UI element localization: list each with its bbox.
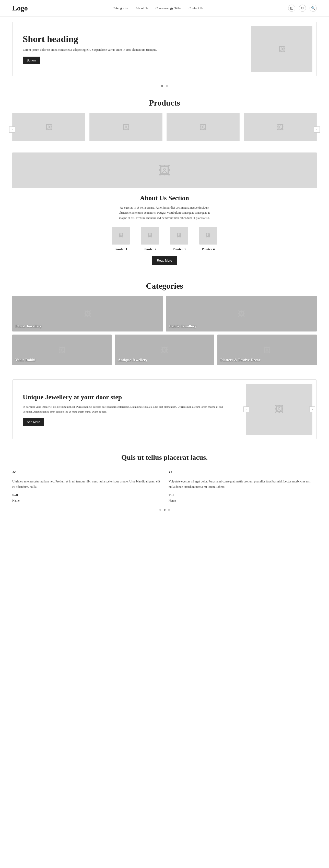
nav-item-tribe[interactable]: Chaarmology Tribe	[156, 6, 181, 10]
cat-label-fabric: Fabric Jewellery	[169, 324, 196, 329]
hero-text: Short heading Lorem ipsum dolor sit amet…	[12, 26, 247, 72]
product-image-3: 🖼	[167, 113, 239, 141]
unique-prev-button[interactable]: ‹	[243, 406, 249, 412]
hero-section: Short heading Lorem ipsum dolor sit amet…	[12, 22, 317, 76]
hero-dot-1[interactable]	[161, 85, 163, 87]
pointer-icon-3: 🖼	[177, 233, 181, 239]
logo: Logo	[12, 4, 28, 12]
unique-image: 🖼	[246, 384, 312, 435]
pointer-image-4: 🖼	[199, 227, 217, 245]
pointer-image-3: 🖼	[170, 227, 188, 245]
testimonials-row: “ Ultricies ante nascetur nullam nec. Pr…	[12, 470, 317, 503]
unique-image-icon: 🖼	[275, 404, 284, 414]
hero-heading: Short heading	[23, 34, 237, 44]
unique-section: Unique Jewellery at your door step In po…	[12, 379, 317, 439]
cat-icon-floral: 🖼	[84, 310, 91, 318]
unique-body: In porttitor vitae integer et dis pretiu…	[23, 404, 232, 414]
test-dot-1[interactable]	[159, 509, 161, 511]
product-image-icon-2: 🖼	[122, 123, 130, 131]
testimonial-1: “ Ultricies ante nascetur nullam nec. Pr…	[12, 470, 160, 503]
product-image-icon-1: 🖼	[45, 123, 52, 131]
pointer-image-2: 🖼	[141, 227, 159, 245]
testimonials-title: Quis ut tellus placerat lacus.	[12, 454, 317, 462]
read-more-button[interactable]: Read More	[152, 256, 177, 265]
pointer-4: 🖼 Pointer 4	[197, 227, 220, 251]
about-section: About Us Section Ac egestas in at vel a …	[0, 194, 329, 273]
pointers-row: 🖼 Pointer 1 🖼 Pointer 2 🖼 Pointer 3 🖼 Po…	[12, 227, 317, 251]
testimonials-section: Quis ut tellus placerat lacus. “ Ultrici…	[0, 445, 329, 522]
testimonial-text-2: Vulputate egestas mi eget dolor. Purus a…	[169, 479, 317, 489]
hero-button[interactable]: Button	[23, 57, 40, 64]
product-image-4: 🖼	[244, 113, 317, 141]
pointer-label-3: Pointer 3	[173, 247, 186, 251]
pointer-3: 🖼 Pointer 3	[168, 227, 191, 251]
banner-image: 🖼	[12, 153, 317, 188]
pointer-label-4: Pointer 4	[202, 247, 215, 251]
products-prev-button[interactable]: ‹	[9, 126, 15, 133]
quote-mark-1: “	[12, 470, 160, 478]
camera-icon[interactable]: ◫	[288, 5, 295, 12]
product-image-icon-4: 🖼	[277, 123, 284, 131]
category-floral-jewellery[interactable]: 🖼 Floral Jewellery	[12, 296, 163, 332]
pointer-2: 🖼 Pointer 2	[138, 227, 161, 251]
categories-bottom-row: 🖼 Vedic Rakhi 🖼 Antique Jewellery 🖼 Plat…	[12, 335, 317, 365]
cat-label-floral: Floral Jewellery	[15, 324, 42, 329]
cat-icon-fabric: 🖼	[238, 310, 245, 318]
cat-icon-antique: 🖼	[161, 346, 168, 354]
see-more-button[interactable]: See More	[23, 418, 44, 426]
product-image-icon-3: 🖼	[199, 123, 207, 131]
pointer-1: 🖼 Pointer 1	[109, 227, 132, 251]
cat-label-antique: Antique Jewellery	[118, 358, 147, 362]
testimonial-2: “ Vulputate egestas mi eget dolor. Purus…	[169, 470, 317, 503]
testimonial-author-2: Full	[169, 492, 317, 498]
hero-body: Lorem ipsum dolor sit amet, consectetur …	[23, 48, 237, 52]
about-title: About Us Section	[12, 194, 317, 202]
categories-title: Categories	[0, 273, 329, 296]
cat-icon-vedic: 🖼	[58, 346, 66, 354]
products-row: 🖼 🖼 🖼 🖼	[12, 113, 317, 141]
settings-icon[interactable]: ⚙	[299, 5, 306, 12]
product-card-1[interactable]: 🖼	[12, 113, 85, 141]
hero-image-icon: 🖼	[278, 45, 285, 53]
unique-next-button[interactable]: ›	[309, 406, 315, 412]
cat-label-platters: Platters & Festive Decor	[220, 358, 261, 362]
categories-top-row: 🖼 Floral Jewellery 🖼 Fabric Jewellery	[12, 296, 317, 332]
nav-item-about[interactable]: About Us	[135, 6, 148, 10]
product-card-2[interactable]: 🖼	[89, 113, 162, 141]
testimonial-subtitle-2: Name	[169, 498, 317, 503]
nav-item-contact[interactable]: Contact Us	[189, 6, 203, 10]
pointer-icon-1: 🖼	[118, 233, 123, 239]
hero-image: 🖼	[251, 26, 312, 72]
pointer-label-1: Pointer 1	[114, 247, 128, 251]
hero-dots	[0, 81, 329, 90]
category-vedic-rakhi[interactable]: 🖼 Vedic Rakhi	[12, 335, 112, 365]
category-platters[interactable]: 🖼 Platters & Festive Decor	[217, 335, 317, 365]
product-image-1: 🖼	[12, 113, 85, 141]
unique-heading: Unique Jewellery at your door step	[23, 393, 232, 402]
hero-dot-2[interactable]	[166, 85, 168, 87]
categories-section: 🖼 Floral Jewellery 🖼 Fabric Jewellery 🖼 …	[0, 296, 329, 373]
test-dot-3[interactable]	[168, 509, 170, 511]
products-next-button[interactable]: ›	[314, 126, 320, 133]
nav-item-categories[interactable]: Cateogories	[112, 6, 128, 10]
product-card-3[interactable]: 🖼	[167, 113, 240, 141]
testimonial-text-1: Ultricies ante nascetur nullam nec. Pret…	[12, 479, 160, 489]
product-card-4[interactable]: 🖼	[244, 113, 317, 141]
test-dot-2[interactable]	[164, 509, 166, 511]
quote-mark-2: “	[169, 470, 317, 478]
pointer-image-1: 🖼	[112, 227, 130, 245]
cat-icon-platters: 🖼	[263, 346, 271, 354]
search-icon[interactable]: 🔍	[309, 5, 317, 12]
unique-carousel: ‹ 🖼 ›	[246, 384, 312, 435]
unique-text: Unique Jewellery at your door step In po…	[12, 385, 242, 434]
about-body: Ac egestas in at vel a ornare. Amet impe…	[116, 205, 213, 221]
cat-label-vedic: Vedic Rakhi	[15, 358, 35, 362]
product-image-2: 🖼	[90, 113, 162, 141]
category-antique-jewellery[interactable]: 🖼 Antique Jewellery	[115, 335, 214, 365]
pointer-label-2: Pointer 2	[143, 247, 157, 251]
category-fabric-jewellery[interactable]: 🖼 Fabric Jewellery	[166, 296, 317, 332]
products-title: Products	[0, 90, 329, 113]
pointer-icon-4: 🖼	[206, 233, 211, 239]
testimonial-dots	[12, 503, 317, 512]
testimonial-subtitle-1: Name	[12, 498, 160, 503]
